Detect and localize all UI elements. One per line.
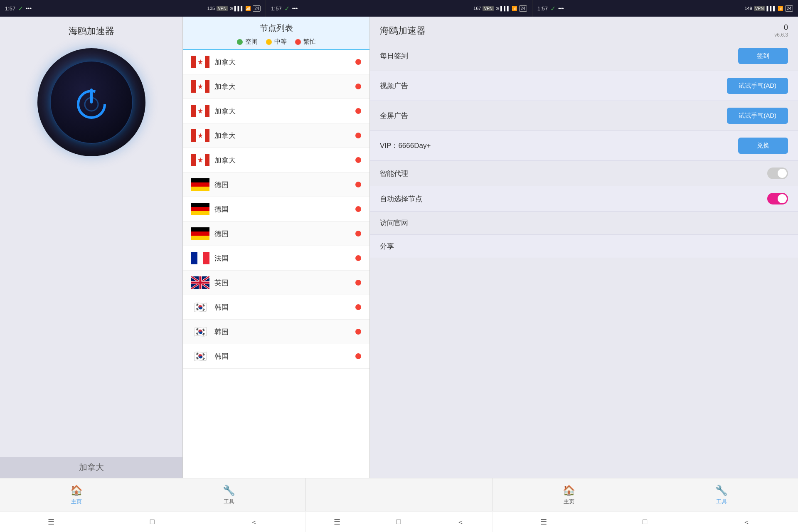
settings-item-2: 全屏广告 试试手气(AD) bbox=[370, 101, 798, 131]
node-name-1: 加拿大 bbox=[214, 82, 355, 91]
settings-label-2: 全屏广告 bbox=[380, 111, 408, 121]
svg-rect-13 bbox=[205, 105, 209, 117]
home-btn-left[interactable]: □ bbox=[150, 517, 155, 526]
legend-busy: 繁忙 bbox=[295, 38, 316, 46]
node-status-5 bbox=[355, 182, 361, 187]
menu-btn-mid[interactable]: ☰ bbox=[334, 517, 340, 527]
node-item-0[interactable]: 加拿大 bbox=[183, 50, 369, 74]
node-item-1[interactable]: 加拿大 bbox=[183, 74, 369, 99]
power-inner bbox=[50, 61, 133, 144]
settings-btn-1[interactable]: 试试手气(AD) bbox=[727, 78, 788, 94]
flag-korea-12: 🇰🇷 bbox=[191, 350, 209, 362]
tools-label-left: 工具 bbox=[224, 498, 234, 505]
menu-btn-left[interactable]: ☰ bbox=[48, 517, 54, 527]
node-name-10: 韩国 bbox=[214, 303, 355, 312]
left-panel: 海鸥加速器 加拿大 bbox=[0, 17, 183, 478]
flag-germany-5 bbox=[191, 178, 209, 191]
svg-rect-5 bbox=[205, 56, 209, 68]
right-panel-title: 海鸥加速器 bbox=[380, 25, 426, 37]
nav-home-left[interactable]: 🏠 主页 bbox=[70, 485, 83, 505]
legend-free: 空闲 bbox=[237, 38, 258, 46]
svg-rect-30 bbox=[191, 232, 209, 236]
back-btn-mid[interactable]: ＜ bbox=[457, 517, 464, 527]
nav-tools-left[interactable]: 🔧 工具 bbox=[223, 485, 235, 505]
svg-rect-31 bbox=[191, 236, 209, 240]
vpn-icon-2: ✓ bbox=[284, 5, 290, 12]
node-item-10[interactable]: 🇰🇷 韩国 bbox=[183, 295, 369, 320]
node-item-8[interactable]: 法国 bbox=[183, 246, 369, 271]
toggle-on-5[interactable] bbox=[767, 193, 788, 204]
settings-btn-0[interactable]: 签到 bbox=[738, 48, 788, 64]
flag-canada-3 bbox=[191, 129, 209, 142]
settings-item-0: 每日签到 签到 bbox=[370, 41, 798, 71]
settings-item-7: 分享 bbox=[370, 235, 798, 258]
node-header: 节点列表 空闲 中等 繁忙 bbox=[183, 17, 369, 50]
svg-rect-23 bbox=[191, 178, 209, 182]
nav-tools-right[interactable]: 🔧 工具 bbox=[715, 485, 728, 505]
node-status-4 bbox=[355, 157, 361, 163]
node-item-4[interactable]: 加拿大 bbox=[183, 148, 369, 172]
sys-nav-right: ☰ □ ＜ bbox=[493, 511, 798, 532]
status-bar-3: 1:57 ✓ ••• 149 VPN ▌▌▌ 📶 24 bbox=[532, 0, 798, 17]
node-name-8: 法国 bbox=[214, 254, 355, 263]
home-label-left: 主页 bbox=[71, 498, 82, 505]
node-name-9: 英国 bbox=[214, 278, 355, 288]
home-btn-right[interactable]: □ bbox=[643, 517, 647, 526]
svg-rect-20 bbox=[191, 154, 196, 166]
node-status-0 bbox=[355, 59, 361, 65]
flag-canada-1 bbox=[191, 80, 209, 93]
node-item-7[interactable]: 德国 bbox=[183, 222, 369, 246]
settings-label-4: 智能代理 bbox=[380, 169, 408, 178]
node-item-12[interactable]: 🇰🇷 韩国 bbox=[183, 344, 369, 369]
flag-korea-10: 🇰🇷 bbox=[191, 301, 209, 313]
toggle-off-4[interactable] bbox=[767, 167, 788, 179]
node-status-6 bbox=[355, 206, 361, 212]
legend-dot-busy bbox=[295, 39, 301, 45]
settings-item-3: VIP：6666Day+ 兑换 bbox=[370, 131, 798, 161]
sys-nav-container: ☰ □ ＜ ☰ □ ＜ ☰ □ ＜ bbox=[0, 511, 798, 532]
node-list-title: 节点列表 bbox=[190, 22, 363, 34]
node-name-11: 韩国 bbox=[214, 327, 355, 337]
legend-medium: 中等 bbox=[266, 38, 287, 46]
home-btn-mid[interactable]: □ bbox=[397, 517, 401, 526]
flag-canada-0 bbox=[191, 56, 209, 68]
status-bar-1: 1:57 ✓ ••• 135 VPN ⊙ ▌▌▌ 📶 24 bbox=[0, 0, 266, 17]
status-time-2: 1:57 ✓ ••• bbox=[271, 5, 298, 12]
node-item-6[interactable]: 德国 bbox=[183, 197, 369, 222]
menu-btn-right[interactable]: ☰ bbox=[540, 517, 547, 527]
vpn-icon-3: ✓ bbox=[550, 5, 556, 12]
node-item-5[interactable]: 德国 bbox=[183, 172, 369, 197]
svg-rect-28 bbox=[191, 211, 209, 215]
tools-label-right: 工具 bbox=[716, 498, 727, 505]
status-icons-2: 167 VPN ⊙ ▌▌▌ 📶 24 bbox=[473, 5, 527, 12]
flag-canada-4 bbox=[191, 154, 209, 166]
node-legend: 空闲 中等 繁忙 bbox=[190, 38, 363, 46]
svg-rect-24 bbox=[191, 182, 209, 187]
flag-canada-2 bbox=[191, 105, 209, 117]
legend-dot-free bbox=[237, 39, 243, 45]
settings-btn-2[interactable]: 试试手气(AD) bbox=[727, 108, 788, 124]
node-name-0: 加拿大 bbox=[214, 57, 355, 67]
back-btn-left[interactable]: ＜ bbox=[250, 517, 258, 527]
node-item-11[interactable]: 🇰🇷 韩国 bbox=[183, 320, 369, 344]
power-button[interactable] bbox=[37, 48, 145, 156]
settings-label-3: VIP：6666Day+ bbox=[380, 141, 431, 150]
node-item-2[interactable]: 加拿大 bbox=[183, 99, 369, 123]
node-status-11 bbox=[355, 329, 361, 335]
node-item-9[interactable]: 英国 bbox=[183, 271, 369, 295]
node-status-1 bbox=[355, 84, 361, 89]
nav-home-right[interactable]: 🏠 主页 bbox=[563, 485, 575, 505]
tools-icon-left: 🔧 bbox=[223, 485, 235, 496]
bottom-nav-middle bbox=[306, 478, 493, 511]
node-item-3[interactable]: 加拿大 bbox=[183, 123, 369, 148]
svg-rect-26 bbox=[191, 203, 209, 207]
flag-france-8 bbox=[191, 252, 209, 264]
middle-panel: 节点列表 空闲 中等 繁忙 加 bbox=[183, 17, 370, 478]
settings-btn-3[interactable]: 兑换 bbox=[738, 138, 788, 154]
bottom-nav-container: 🏠 主页 🔧 工具 🏠 主页 🔧 工具 bbox=[0, 478, 798, 511]
back-btn-right[interactable]: ＜ bbox=[743, 517, 750, 527]
node-status-2 bbox=[355, 108, 361, 114]
node-name-7: 德国 bbox=[214, 229, 355, 239]
status-bars: 1:57 ✓ ••• 135 VPN ⊙ ▌▌▌ 📶 24 1:57 ✓ •••… bbox=[0, 0, 798, 17]
svg-rect-25 bbox=[191, 187, 209, 191]
